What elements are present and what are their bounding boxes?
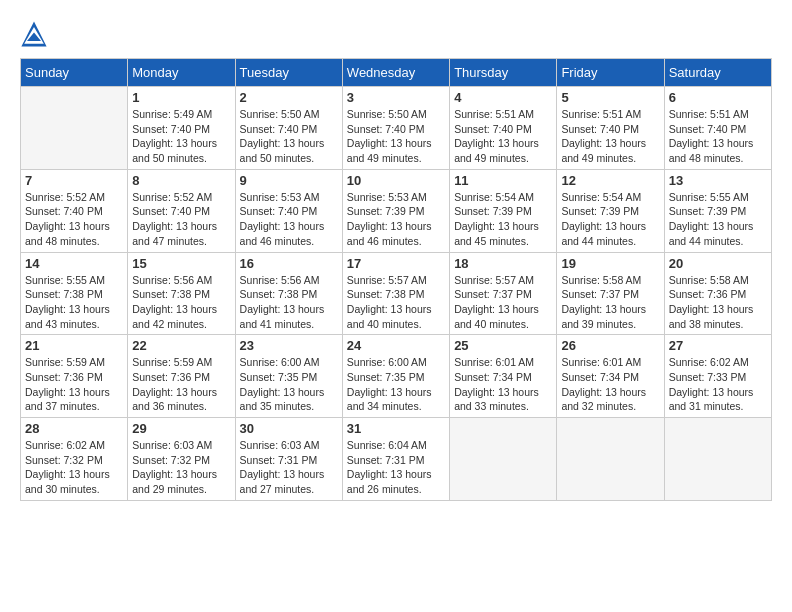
- day-number: 31: [347, 421, 445, 436]
- day-info: Sunrise: 5:57 AM Sunset: 7:38 PM Dayligh…: [347, 273, 445, 332]
- day-cell: 21Sunrise: 5:59 AM Sunset: 7:36 PM Dayli…: [21, 335, 128, 418]
- day-info: Sunrise: 5:55 AM Sunset: 7:39 PM Dayligh…: [669, 190, 767, 249]
- day-number: 12: [561, 173, 659, 188]
- day-number: 3: [347, 90, 445, 105]
- week-row-1: 1Sunrise: 5:49 AM Sunset: 7:40 PM Daylig…: [21, 87, 772, 170]
- day-info: Sunrise: 5:49 AM Sunset: 7:40 PM Dayligh…: [132, 107, 230, 166]
- day-info: Sunrise: 6:03 AM Sunset: 7:31 PM Dayligh…: [240, 438, 338, 497]
- day-info: Sunrise: 6:03 AM Sunset: 7:32 PM Dayligh…: [132, 438, 230, 497]
- day-number: 19: [561, 256, 659, 271]
- day-number: 25: [454, 338, 552, 353]
- day-cell: 20Sunrise: 5:58 AM Sunset: 7:36 PM Dayli…: [664, 252, 771, 335]
- day-number: 8: [132, 173, 230, 188]
- day-cell: [664, 418, 771, 501]
- day-number: 15: [132, 256, 230, 271]
- day-number: 1: [132, 90, 230, 105]
- day-number: 4: [454, 90, 552, 105]
- day-cell: 15Sunrise: 5:56 AM Sunset: 7:38 PM Dayli…: [128, 252, 235, 335]
- day-info: Sunrise: 5:50 AM Sunset: 7:40 PM Dayligh…: [347, 107, 445, 166]
- weekday-header-friday: Friday: [557, 59, 664, 87]
- day-cell: 18Sunrise: 5:57 AM Sunset: 7:37 PM Dayli…: [450, 252, 557, 335]
- day-number: 9: [240, 173, 338, 188]
- day-info: Sunrise: 5:52 AM Sunset: 7:40 PM Dayligh…: [25, 190, 123, 249]
- day-number: 11: [454, 173, 552, 188]
- day-info: Sunrise: 5:59 AM Sunset: 7:36 PM Dayligh…: [25, 355, 123, 414]
- day-number: 14: [25, 256, 123, 271]
- day-cell: 6Sunrise: 5:51 AM Sunset: 7:40 PM Daylig…: [664, 87, 771, 170]
- day-cell: 28Sunrise: 6:02 AM Sunset: 7:32 PM Dayli…: [21, 418, 128, 501]
- week-row-2: 7Sunrise: 5:52 AM Sunset: 7:40 PM Daylig…: [21, 169, 772, 252]
- day-info: Sunrise: 6:01 AM Sunset: 7:34 PM Dayligh…: [561, 355, 659, 414]
- weekday-header-monday: Monday: [128, 59, 235, 87]
- day-cell: 10Sunrise: 5:53 AM Sunset: 7:39 PM Dayli…: [342, 169, 449, 252]
- day-info: Sunrise: 5:58 AM Sunset: 7:36 PM Dayligh…: [669, 273, 767, 332]
- day-number: 17: [347, 256, 445, 271]
- day-info: Sunrise: 5:50 AM Sunset: 7:40 PM Dayligh…: [240, 107, 338, 166]
- day-cell: 30Sunrise: 6:03 AM Sunset: 7:31 PM Dayli…: [235, 418, 342, 501]
- day-info: Sunrise: 6:02 AM Sunset: 7:32 PM Dayligh…: [25, 438, 123, 497]
- day-cell: 19Sunrise: 5:58 AM Sunset: 7:37 PM Dayli…: [557, 252, 664, 335]
- weekday-header-thursday: Thursday: [450, 59, 557, 87]
- week-row-3: 14Sunrise: 5:55 AM Sunset: 7:38 PM Dayli…: [21, 252, 772, 335]
- day-number: 21: [25, 338, 123, 353]
- day-info: Sunrise: 5:51 AM Sunset: 7:40 PM Dayligh…: [669, 107, 767, 166]
- day-cell: 25Sunrise: 6:01 AM Sunset: 7:34 PM Dayli…: [450, 335, 557, 418]
- day-number: 20: [669, 256, 767, 271]
- day-number: 24: [347, 338, 445, 353]
- day-info: Sunrise: 5:57 AM Sunset: 7:37 PM Dayligh…: [454, 273, 552, 332]
- day-cell: 29Sunrise: 6:03 AM Sunset: 7:32 PM Dayli…: [128, 418, 235, 501]
- weekday-header-sunday: Sunday: [21, 59, 128, 87]
- day-info: Sunrise: 5:58 AM Sunset: 7:37 PM Dayligh…: [561, 273, 659, 332]
- day-number: 27: [669, 338, 767, 353]
- day-cell: 12Sunrise: 5:54 AM Sunset: 7:39 PM Dayli…: [557, 169, 664, 252]
- day-number: 5: [561, 90, 659, 105]
- weekday-header-wednesday: Wednesday: [342, 59, 449, 87]
- day-cell: 5Sunrise: 5:51 AM Sunset: 7:40 PM Daylig…: [557, 87, 664, 170]
- day-cell: 13Sunrise: 5:55 AM Sunset: 7:39 PM Dayli…: [664, 169, 771, 252]
- page-header: [20, 20, 772, 48]
- day-cell: 2Sunrise: 5:50 AM Sunset: 7:40 PM Daylig…: [235, 87, 342, 170]
- day-cell: 7Sunrise: 5:52 AM Sunset: 7:40 PM Daylig…: [21, 169, 128, 252]
- day-cell: 9Sunrise: 5:53 AM Sunset: 7:40 PM Daylig…: [235, 169, 342, 252]
- day-cell: [21, 87, 128, 170]
- day-cell: 22Sunrise: 5:59 AM Sunset: 7:36 PM Dayli…: [128, 335, 235, 418]
- day-number: 13: [669, 173, 767, 188]
- day-cell: [557, 418, 664, 501]
- day-info: Sunrise: 5:54 AM Sunset: 7:39 PM Dayligh…: [561, 190, 659, 249]
- day-cell: [450, 418, 557, 501]
- day-info: Sunrise: 5:51 AM Sunset: 7:40 PM Dayligh…: [454, 107, 552, 166]
- logo: [20, 20, 52, 48]
- day-cell: 31Sunrise: 6:04 AM Sunset: 7:31 PM Dayli…: [342, 418, 449, 501]
- day-info: Sunrise: 5:53 AM Sunset: 7:39 PM Dayligh…: [347, 190, 445, 249]
- day-cell: 24Sunrise: 6:00 AM Sunset: 7:35 PM Dayli…: [342, 335, 449, 418]
- day-info: Sunrise: 6:00 AM Sunset: 7:35 PM Dayligh…: [240, 355, 338, 414]
- day-number: 16: [240, 256, 338, 271]
- day-cell: 8Sunrise: 5:52 AM Sunset: 7:40 PM Daylig…: [128, 169, 235, 252]
- day-number: 22: [132, 338, 230, 353]
- week-row-4: 21Sunrise: 5:59 AM Sunset: 7:36 PM Dayli…: [21, 335, 772, 418]
- day-number: 30: [240, 421, 338, 436]
- day-number: 28: [25, 421, 123, 436]
- day-cell: 1Sunrise: 5:49 AM Sunset: 7:40 PM Daylig…: [128, 87, 235, 170]
- day-info: Sunrise: 6:02 AM Sunset: 7:33 PM Dayligh…: [669, 355, 767, 414]
- day-number: 29: [132, 421, 230, 436]
- day-number: 18: [454, 256, 552, 271]
- day-cell: 14Sunrise: 5:55 AM Sunset: 7:38 PM Dayli…: [21, 252, 128, 335]
- day-info: Sunrise: 6:01 AM Sunset: 7:34 PM Dayligh…: [454, 355, 552, 414]
- day-cell: 11Sunrise: 5:54 AM Sunset: 7:39 PM Dayli…: [450, 169, 557, 252]
- weekday-header-row: SundayMondayTuesdayWednesdayThursdayFrid…: [21, 59, 772, 87]
- day-cell: 17Sunrise: 5:57 AM Sunset: 7:38 PM Dayli…: [342, 252, 449, 335]
- week-row-5: 28Sunrise: 6:02 AM Sunset: 7:32 PM Dayli…: [21, 418, 772, 501]
- day-cell: 27Sunrise: 6:02 AM Sunset: 7:33 PM Dayli…: [664, 335, 771, 418]
- day-number: 23: [240, 338, 338, 353]
- day-info: Sunrise: 5:53 AM Sunset: 7:40 PM Dayligh…: [240, 190, 338, 249]
- day-cell: 4Sunrise: 5:51 AM Sunset: 7:40 PM Daylig…: [450, 87, 557, 170]
- day-number: 7: [25, 173, 123, 188]
- day-info: Sunrise: 5:59 AM Sunset: 7:36 PM Dayligh…: [132, 355, 230, 414]
- day-cell: 3Sunrise: 5:50 AM Sunset: 7:40 PM Daylig…: [342, 87, 449, 170]
- day-info: Sunrise: 5:55 AM Sunset: 7:38 PM Dayligh…: [25, 273, 123, 332]
- day-cell: 16Sunrise: 5:56 AM Sunset: 7:38 PM Dayli…: [235, 252, 342, 335]
- day-info: Sunrise: 5:54 AM Sunset: 7:39 PM Dayligh…: [454, 190, 552, 249]
- day-info: Sunrise: 6:04 AM Sunset: 7:31 PM Dayligh…: [347, 438, 445, 497]
- day-number: 26: [561, 338, 659, 353]
